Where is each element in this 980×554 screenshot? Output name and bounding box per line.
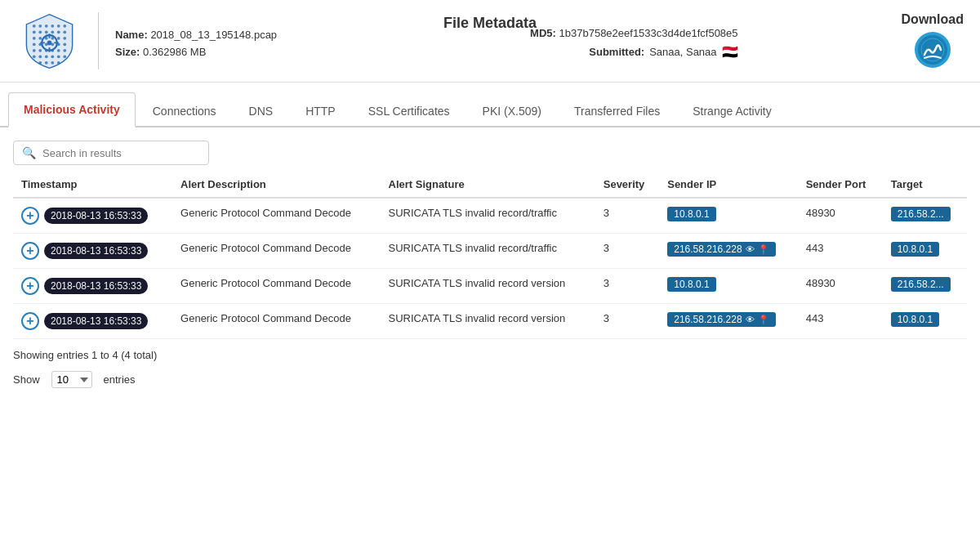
severity-value: 3 — [604, 277, 609, 289]
severity-cell: 3 — [595, 234, 659, 269]
size-label: Size: — [115, 46, 140, 58]
svg-point-12 — [32, 36, 35, 39]
svg-point-33 — [51, 55, 54, 58]
description-cell: Generic Protocol Command Decode — [172, 269, 380, 304]
expand-button[interactable]: + — [21, 242, 39, 260]
svg-point-18 — [32, 42, 35, 46]
svg-point-39 — [51, 60, 54, 64]
table-body: + 2018-08-13 16:53:33 Generic Protocol C… — [13, 198, 967, 339]
ip-badge[interactable]: 10.8.0.1 — [667, 207, 715, 221]
sender-port-cell: 443 — [798, 234, 883, 269]
svg-point-24 — [32, 48, 35, 51]
page-title: File Metadata — [443, 15, 537, 32]
sender-port-cell: 443 — [798, 304, 883, 339]
svg-point-5 — [63, 24, 66, 27]
logo-container — [16, 8, 82, 74]
eye-icon[interactable]: 👁 — [746, 244, 755, 254]
svg-point-10 — [56, 30, 60, 34]
col-timestamp: Timestamp — [13, 172, 172, 198]
table-row: + 2018-08-13 16:53:33 Generic Protocol C… — [13, 198, 967, 234]
target-ip-badge[interactable]: 216.58.2... — [891, 277, 951, 292]
pin-icon[interactable]: 📍 — [758, 244, 769, 255]
search-icon: 🔍 — [22, 146, 36, 159]
show-entries-row: Show 102550100 entries — [0, 371, 980, 398]
sender-port-cell: 48930 — [798, 269, 883, 304]
tab-strange[interactable]: Strange Activity — [677, 94, 787, 127]
tab-dns[interactable]: DNS — [234, 94, 289, 127]
search-input[interactable] — [42, 147, 200, 159]
sender-port-cell: 48930 — [798, 198, 883, 234]
target-cell: 10.8.0.1 — [883, 304, 967, 339]
timestamp-badge: 2018-08-13 16:53:33 — [44, 313, 148, 329]
ip-badge[interactable]: 10.8.0.1 — [667, 277, 715, 292]
description-cell: Generic Protocol Command Decode — [172, 304, 380, 339]
svg-point-23 — [63, 42, 66, 46]
expand-button[interactable]: + — [21, 207, 39, 225]
target-ip-badge[interactable]: 10.8.0.1 — [891, 312, 939, 327]
target-ip-badge[interactable]: 216.58.2... — [891, 207, 951, 221]
header-divider — [98, 12, 99, 69]
svg-point-17 — [63, 36, 66, 39]
svg-point-48 — [918, 35, 947, 65]
tab-http[interactable]: HTTP — [290, 94, 351, 127]
file-info: Name: 2018_08_13_195148.pcap Size: 0.362… — [115, 24, 277, 58]
tab-ssl[interactable]: SSL Certificates — [353, 94, 466, 127]
download-icon[interactable] — [913, 30, 952, 69]
showing-entries-text: Showing entries 1 to 4 (4 total) — [13, 349, 157, 361]
svg-point-31 — [38, 55, 42, 58]
entries-select[interactable]: 102550100 — [51, 371, 92, 388]
svg-point-0 — [32, 24, 35, 27]
search-box[interactable]: 🔍 — [13, 141, 209, 165]
svg-point-9 — [51, 30, 54, 34]
eye-icon[interactable]: 👁 — [746, 315, 755, 324]
svg-point-16 — [56, 36, 60, 39]
timestamp-badge: 2018-08-13 16:53:33 — [44, 278, 148, 294]
name-label: Name: — [115, 29, 148, 41]
pin-icon[interactable]: 📍 — [758, 315, 769, 325]
svg-point-6 — [32, 30, 35, 34]
target-cell: 216.58.2... — [883, 269, 967, 304]
svg-point-3 — [51, 24, 54, 27]
tab-bar: Malicious ActivityConnectionsDNSHTTPSSL … — [0, 91, 980, 127]
sender-ip-cell: 10.8.0.1 — [659, 198, 797, 234]
tab-pki[interactable]: PKI (X.509) — [467, 94, 557, 127]
submitted-label: Submitted: — [589, 46, 644, 58]
target-ip-badge[interactable]: 10.8.0.1 — [891, 242, 939, 257]
col-severity: Severity — [595, 172, 659, 198]
tab-malicious[interactable]: Malicious Activity — [8, 92, 136, 127]
svg-point-28 — [56, 48, 60, 51]
signature-cell: SURICATA TLS invalid record/traffic — [381, 234, 595, 269]
col-sender-ip: Sender IP — [659, 172, 797, 198]
severity-value: 3 — [604, 207, 609, 219]
timestamp-cell: + 2018-08-13 16:53:33 — [13, 234, 172, 269]
signature-cell: SURICATA TLS invalid record/traffic — [381, 198, 595, 234]
svg-point-38 — [44, 60, 47, 64]
tab-transferred[interactable]: Transferred Files — [559, 94, 675, 127]
severity-value: 3 — [604, 312, 609, 324]
table-footer: Showing entries 1 to 4 (4 total) — [0, 339, 980, 371]
show-label: Show — [13, 373, 40, 386]
download-label: Download — [902, 12, 964, 27]
ip-badge[interactable]: 216.58.216.228 👁 📍 — [667, 242, 775, 257]
target-cell: 10.8.0.1 — [883, 234, 967, 269]
target-cell: 216.58.2... — [883, 198, 967, 234]
severity-cell: 3 — [595, 304, 659, 339]
flag-icon: 🇾🇪 — [722, 44, 738, 60]
svg-point-35 — [63, 55, 66, 58]
svg-point-8 — [44, 30, 47, 34]
timestamp-cell: + 2018-08-13 16:53:33 — [13, 304, 172, 339]
timestamp-badge: 2018-08-13 16:53:33 — [44, 243, 148, 259]
table-row: + 2018-08-13 16:53:33 Generic Protocol C… — [13, 234, 967, 269]
logo-icon — [19, 11, 80, 72]
expand-button[interactable]: + — [21, 277, 39, 295]
svg-point-2 — [44, 24, 47, 27]
md5-submitted: MD5: 1b37b758e2eef1533c3d4de1fcf508e5 Su… — [277, 22, 884, 60]
col-alert-description: Alert Description — [172, 172, 380, 198]
svg-point-4 — [56, 24, 60, 27]
tab-connections[interactable]: Connections — [137, 94, 232, 127]
ip-badge[interactable]: 216.58.216.228 👁 📍 — [667, 312, 775, 327]
expand-button[interactable]: + — [21, 312, 39, 330]
svg-point-34 — [56, 55, 60, 58]
svg-point-1 — [38, 24, 42, 27]
severity-value: 3 — [604, 242, 609, 254]
